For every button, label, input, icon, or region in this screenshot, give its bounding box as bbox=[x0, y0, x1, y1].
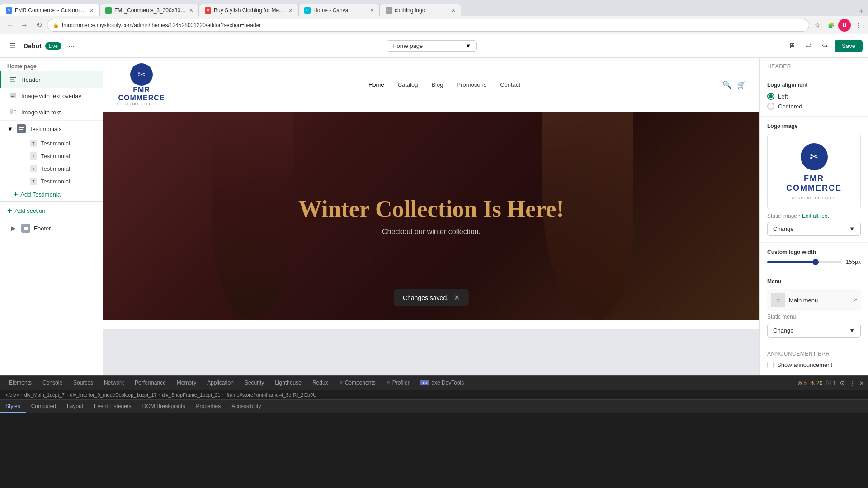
reload-button[interactable]: ↻ bbox=[33, 19, 45, 32]
devtools-close-icon[interactable]: ✕ bbox=[859, 380, 864, 387]
devtools-tab-network[interactable]: Network bbox=[99, 376, 129, 390]
add-section-button[interactable]: + Add section bbox=[0, 201, 103, 220]
sidebar-item-image-text[interactable]: Image with text bbox=[0, 104, 103, 120]
logo-align-centered[interactable]: Centered bbox=[767, 103, 861, 110]
sidebar-item-header[interactable]: Header bbox=[0, 71, 103, 88]
devtools-tab-application[interactable]: Application bbox=[202, 376, 239, 390]
left-sidebar: Home page Header Image with text overlay… bbox=[0, 58, 103, 375]
undo-button[interactable]: ↩ bbox=[802, 40, 815, 52]
tab-3[interactable]: B Buy Stylish Clothing for Men | Fr... × bbox=[199, 4, 298, 16]
toolbar-center: Home page ▼ bbox=[81, 40, 783, 52]
testimonials-group-header[interactable]: ▼ Testimonials bbox=[0, 121, 103, 137]
redo-button[interactable]: ↪ bbox=[818, 40, 831, 52]
devtools-tab-memory[interactable]: Memory bbox=[171, 376, 202, 390]
breadcrumb-iframe[interactable]: iframe#storefront-iframe-4_3drRI_2Gb9U bbox=[226, 392, 316, 398]
devtools-bottom-tabs: Styles Computed Layout Event Listeners D… bbox=[0, 400, 868, 413]
nav-item-catalog[interactable]: Catalog bbox=[398, 81, 418, 88]
svg-rect-5 bbox=[10, 109, 13, 114]
devtools-tab-dom-breakpoints[interactable]: DOM Breakpoints bbox=[137, 400, 191, 413]
devtools-tab-accessibility[interactable]: Accessibility bbox=[226, 400, 266, 413]
hero-content: Winter Collection Is Here! Checkout our … bbox=[298, 196, 564, 235]
toast-close-button[interactable]: ✕ bbox=[454, 293, 460, 302]
tab-5[interactable]: C clothing logo × bbox=[380, 4, 461, 16]
profile-icon[interactable]: U bbox=[838, 19, 851, 32]
tab-close-2[interactable]: × bbox=[189, 7, 193, 14]
logo-align-left[interactable]: Left bbox=[767, 93, 861, 100]
address-bar[interactable]: 🔒 fmrcommerce.myshopify.com/admin/themes… bbox=[47, 19, 809, 32]
tab-close-3[interactable]: × bbox=[289, 7, 292, 14]
tab-close-5[interactable]: × bbox=[452, 7, 455, 14]
store-logo-text: FMRCOMMERCE BESPOKE CLOTHES bbox=[117, 86, 166, 106]
breadcrumb-div[interactable]: </div> bbox=[5, 392, 19, 398]
search-icon[interactable]: 🔍 bbox=[722, 80, 731, 89]
devtools-tab-profiler[interactable]: ⚛ Profiler bbox=[381, 376, 415, 390]
save-button[interactable]: Save bbox=[835, 40, 863, 52]
edit-alt-text-link[interactable]: Edit alt text bbox=[802, 213, 829, 219]
devtools-tab-properties[interactable]: Properties bbox=[191, 400, 226, 413]
static-menu-label: Static menu bbox=[767, 314, 861, 320]
devtools-more-icon[interactable]: ⋮ bbox=[849, 380, 855, 387]
nav-item-contact[interactable]: Contact bbox=[500, 81, 520, 88]
devtools-tab-computed[interactable]: Computed bbox=[26, 400, 61, 413]
browser-menu-icon[interactable]: ⋮ bbox=[852, 19, 864, 32]
tab-2[interactable]: F FMr_Commerce_3_300x300.png × bbox=[99, 4, 199, 16]
tab-close-4[interactable]: × bbox=[370, 7, 374, 14]
sidebar-item-image-text-overlay[interactable]: Image with text overlay bbox=[0, 88, 103, 104]
tab-1[interactable]: S FMR Commerce ~ Customize D... × bbox=[0, 4, 99, 16]
logo-preview-circle: ✂ bbox=[801, 143, 828, 170]
devtools-tab-event-listeners[interactable]: Event Listeners bbox=[89, 400, 137, 413]
more-options-button[interactable]: ··· bbox=[65, 40, 78, 52]
header-icon bbox=[9, 75, 18, 84]
tab-4[interactable]: C Home - Canva × bbox=[298, 4, 380, 16]
show-announcement-option[interactable]: Show announcement bbox=[767, 361, 861, 368]
right-sidebar: Header Logo alignment Left Centered Logo… bbox=[760, 58, 868, 375]
svg-rect-0 bbox=[10, 77, 16, 78]
testimonial-1[interactable]: ⋮⋮ T Testimonial bbox=[0, 137, 103, 150]
devtools-tab-performance[interactable]: Performance bbox=[129, 376, 171, 390]
devtools-tab-layout[interactable]: Layout bbox=[61, 400, 89, 413]
slider-thumb[interactable] bbox=[812, 259, 819, 265]
testimonial-3[interactable]: ⋮⋮ T Testimonial bbox=[0, 162, 103, 175]
add-testimonial-label: Add Testimonial bbox=[20, 191, 62, 198]
bookmark-icon[interactable]: ☆ bbox=[811, 19, 824, 32]
svg-rect-11 bbox=[24, 227, 28, 230]
breadcrumb-interior[interactable]: div_Interior_9_modeDesktop_1ucpt_17 bbox=[70, 392, 157, 398]
breadcrumb-shopframe[interactable]: div_ShopFrame_1ucpt_21 bbox=[162, 392, 220, 398]
devtools-tab-security[interactable]: Security bbox=[239, 376, 269, 390]
main-menu-link-icon[interactable]: ↗ bbox=[853, 297, 857, 303]
devtools-tab-elements[interactable]: Elements bbox=[4, 376, 37, 390]
change-logo-button[interactable]: Change ▼ bbox=[767, 222, 861, 236]
info-count: ⓘ 1 bbox=[826, 379, 836, 387]
lock-icon: 🔒 bbox=[53, 22, 59, 28]
breadcrumb-main[interactable]: div_Main_1ucpt_7 bbox=[24, 392, 65, 398]
cart-icon[interactable]: 🛒 bbox=[737, 80, 746, 89]
back-button[interactable]: ← bbox=[4, 19, 16, 32]
new-tab-button[interactable]: + bbox=[854, 7, 868, 16]
tab-bar: S FMR Commerce ~ Customize D... × F FMr_… bbox=[0, 0, 868, 16]
devtools-tab-axe[interactable]: axe axe DevTools bbox=[415, 376, 470, 390]
nav-item-promotions[interactable]: Promotions bbox=[457, 81, 486, 88]
devtools-tab-console[interactable]: Console bbox=[37, 376, 68, 390]
change-menu-button[interactable]: Change ▼ bbox=[767, 324, 861, 338]
nav-item-blog[interactable]: Blog bbox=[431, 81, 443, 88]
page-selector[interactable]: Home page ▼ bbox=[387, 40, 477, 52]
devtools-tab-sources[interactable]: Sources bbox=[68, 376, 99, 390]
desktop-view-button[interactable]: 🖥 bbox=[786, 40, 798, 52]
devtools-tab-lighthouse[interactable]: Lighthouse bbox=[269, 376, 307, 390]
sidebar-item-footer[interactable]: ▶ Footer bbox=[0, 220, 103, 236]
testimonial-2[interactable]: ⋮⋮ T Testimonial bbox=[0, 150, 103, 162]
preview-scrollable[interactable]: ✂ FMRCOMMERCE BESPOKE CLOTHES Home Catal… bbox=[103, 58, 760, 375]
add-testimonial-button[interactable]: + Add Testimonial bbox=[0, 188, 103, 201]
hamburger-button[interactable]: ☰ bbox=[5, 39, 20, 53]
devtools-settings-icon[interactable]: ⚙ bbox=[840, 380, 845, 387]
logo-width-slider[interactable] bbox=[767, 261, 841, 263]
tab-close-1[interactable]: × bbox=[90, 7, 94, 14]
forward-button[interactable]: → bbox=[18, 19, 31, 32]
devtools-tab-styles[interactable]: Styles bbox=[0, 400, 26, 413]
extensions-icon[interactable]: 🧩 bbox=[825, 19, 837, 32]
testimonial-4[interactable]: ⋮⋮ T Testimonial bbox=[0, 175, 103, 188]
show-announcement-checkbox[interactable] bbox=[767, 362, 774, 368]
nav-item-home[interactable]: Home bbox=[368, 81, 384, 88]
devtools-tab-components[interactable]: ⚛ Components bbox=[334, 376, 381, 390]
devtools-tab-redux[interactable]: Redux bbox=[307, 376, 334, 390]
